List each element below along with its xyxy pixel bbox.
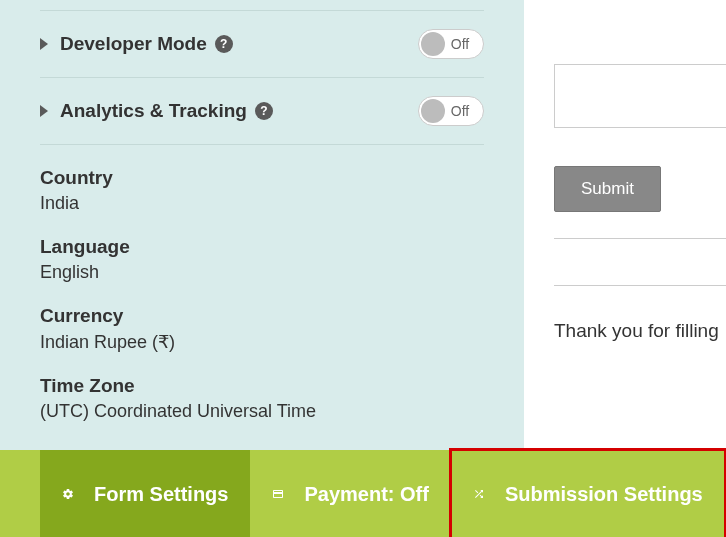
- currency-block: Currency Indian Rupee (₹): [40, 305, 484, 353]
- divider: [554, 285, 726, 286]
- language-label: Language: [40, 236, 484, 258]
- submit-button[interactable]: Submit: [554, 166, 661, 212]
- preview-area: Submit Thank you for filling: [554, 0, 726, 450]
- toggle-knob: [421, 99, 445, 123]
- thank-you-text: Thank you for filling: [554, 320, 726, 342]
- analytics-tracking-text: Analytics & Tracking: [60, 100, 247, 122]
- language-value: English: [40, 262, 484, 283]
- shuffle-icon: [473, 483, 495, 505]
- country-block: Country India: [40, 167, 484, 214]
- analytics-tracking-label: Analytics & Tracking ?: [40, 100, 273, 122]
- language-block: Language English: [40, 236, 484, 283]
- tab-payment[interactable]: Payment: Off: [250, 450, 450, 537]
- chevron-right-icon: [40, 38, 48, 50]
- currency-value: Indian Rupee (₹): [40, 331, 484, 353]
- tab-payment-label: Payment: Off: [304, 483, 428, 506]
- preview-input-box[interactable]: [554, 64, 726, 128]
- tab-submission-settings-label: Submission Settings: [505, 483, 703, 506]
- tab-submission-settings[interactable]: Submission Settings: [451, 450, 725, 537]
- timezone-value: (UTC) Coordinated Universal Time: [40, 401, 484, 422]
- toggle-state: Off: [445, 103, 481, 119]
- help-icon[interactable]: ?: [215, 35, 233, 53]
- analytics-tracking-row[interactable]: Analytics & Tracking ? Off: [40, 78, 484, 145]
- tab-form-settings[interactable]: Form Settings: [40, 450, 250, 537]
- credit-card-icon: [272, 483, 294, 505]
- toggle-state: Off: [445, 36, 481, 52]
- country-value: India: [40, 193, 484, 214]
- developer-mode-row[interactable]: Developer Mode ? Off: [40, 10, 484, 78]
- bottom-tab-bar: Form Settings Payment: Off Submission Se…: [0, 450, 726, 537]
- analytics-tracking-toggle[interactable]: Off: [418, 96, 484, 126]
- developer-mode-toggle[interactable]: Off: [418, 29, 484, 59]
- timezone-label: Time Zone: [40, 375, 484, 397]
- developer-mode-text: Developer Mode: [60, 33, 207, 55]
- gear-icon: [62, 483, 84, 505]
- tab-form-settings-label: Form Settings: [94, 483, 228, 506]
- toggle-knob: [421, 32, 445, 56]
- country-label: Country: [40, 167, 484, 189]
- divider: [554, 238, 726, 239]
- developer-mode-label: Developer Mode ?: [40, 33, 233, 55]
- help-icon[interactable]: ?: [255, 102, 273, 120]
- currency-label: Currency: [40, 305, 484, 327]
- left-settings-panel: Developer Mode ? Off Analytics & Trackin…: [0, 0, 524, 450]
- timezone-block: Time Zone (UTC) Coordinated Universal Ti…: [40, 375, 484, 422]
- chevron-right-icon: [40, 105, 48, 117]
